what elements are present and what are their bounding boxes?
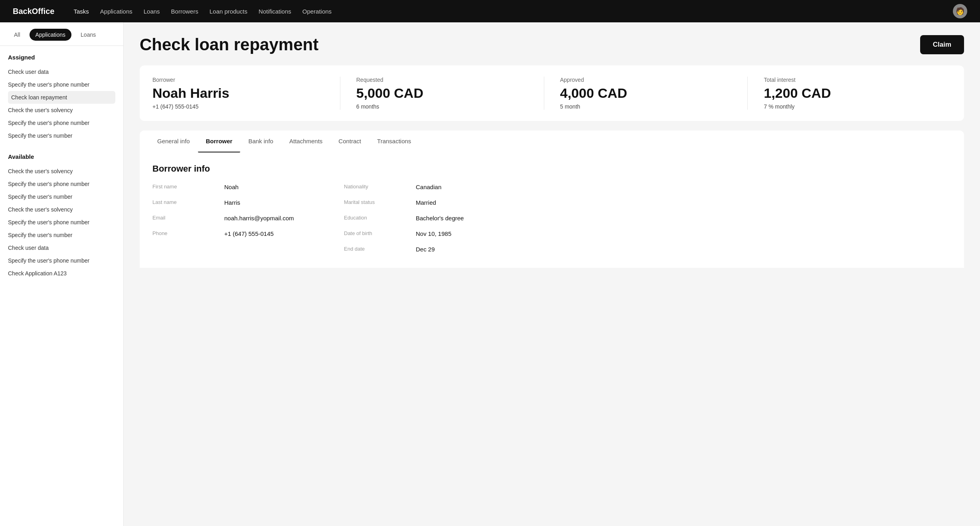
borrower-phone: +1 (647) 555-0145 [152, 103, 340, 110]
sidebar-item[interactable]: Specify the user's phone number [8, 178, 115, 190]
nav-link-notifications[interactable]: Notifications [259, 8, 291, 15]
requested-col: Requested 5,000 CAD 6 months [340, 77, 544, 110]
bi-field-value: Noah [224, 184, 344, 191]
claim-button[interactable]: Claim [920, 35, 964, 54]
sidebar-item[interactable]: Check loan repayment [8, 91, 115, 104]
sidebar-item[interactable]: Check Application A123 [8, 267, 115, 280]
interest-label: Total interest [764, 77, 951, 83]
sidebar-section-assigned: AssignedCheck user dataSpecify the user'… [0, 46, 123, 145]
bi-field-label: Marital status [344, 199, 416, 205]
bi-field-label: Phone [152, 230, 224, 236]
sidebar-section-title: Available [8, 153, 115, 160]
bi-field-label: Date of birth [344, 230, 416, 236]
page-title: Check loan repayment [140, 35, 318, 54]
sidebar-item[interactable]: Specify the user's phone number [8, 254, 115, 267]
sidebar-item[interactable]: Specify the user's phone number [8, 117, 115, 129]
sidebar-item[interactable]: Specify the user's number [8, 229, 115, 241]
bi-field-label: Education [344, 215, 416, 221]
borrower-name: Noah Harris [152, 85, 340, 101]
nav-link-loans[interactable]: Loans [144, 8, 160, 15]
nav-link-applications[interactable]: Applications [100, 8, 132, 15]
approved-amount: 4,000 CAD [560, 85, 748, 101]
borrower-info-grid: First nameNoahNationalityCanadianLast na… [152, 184, 951, 253]
detail-tab-transactions[interactable]: Transactions [369, 131, 419, 152]
borrower-info-section: Borrower info First nameNoahNationalityC… [140, 152, 964, 268]
detail-tab-general-info[interactable]: General info [149, 131, 198, 152]
approved-label: Approved [560, 77, 748, 83]
bi-field-value: Canadian [416, 184, 951, 191]
bi-field-value: Dec 29 [416, 246, 951, 253]
bi-field-value: Married [416, 199, 951, 207]
sidebar-item[interactable]: Check the user's solvency [8, 165, 115, 178]
sidebar-item[interactable]: Specify the user's phone number [8, 216, 115, 229]
borrower-label: Borrower [152, 77, 340, 83]
approved-col: Approved 4,000 CAD 5 month [544, 77, 748, 110]
approved-sub: 5 month [560, 103, 748, 110]
sidebar-tab-applications[interactable]: Applications [30, 29, 72, 41]
main-content: Check loan repayment Claim Borrower Noah… [124, 22, 980, 526]
nav-link-loan-products[interactable]: Loan products [209, 8, 247, 15]
sidebar-item[interactable]: Check the user's solvency [8, 104, 115, 117]
interest-sub: 7 % monthly [764, 103, 951, 110]
bi-field-value: noah.harris@yopmail.com [224, 215, 344, 222]
logo: BackOffice [13, 7, 55, 16]
nav-link-borrowers[interactable]: Borrowers [171, 8, 198, 15]
detail-tab-contract[interactable]: Contract [330, 131, 369, 152]
interest-col: Total interest 1,200 CAD 7 % monthly [747, 77, 951, 110]
top-navigation: BackOffice TasksApplicationsLoansBorrowe… [0, 0, 980, 22]
bi-field-label: Last name [152, 199, 224, 205]
nav-link-operations[interactable]: Operations [302, 8, 332, 15]
sidebar-section-available: AvailableCheck the user's solvencySpecif… [0, 145, 123, 283]
sidebar-item[interactable]: Specify the user's number [8, 190, 115, 203]
detail-tab-bank-info[interactable]: Bank info [240, 131, 281, 152]
bi-field-value: Harris [224, 199, 344, 207]
requested-amount: 5,000 CAD [356, 85, 544, 101]
nav-link-tasks[interactable]: Tasks [74, 8, 89, 15]
bi-field-label: Email [152, 215, 224, 221]
page-header: Check loan repayment Claim [140, 35, 964, 54]
sidebar-tabs: AllApplicationsLoans [0, 22, 123, 46]
requested-sub: 6 months [356, 103, 544, 110]
sidebar-item[interactable]: Check user data [8, 65, 115, 78]
sidebar-section-title: Assigned [8, 54, 115, 61]
bi-field-value: +1 (647) 555-0145 [224, 230, 344, 238]
sidebar-tab-all[interactable]: All [8, 29, 26, 41]
detail-tabs-container: General infoBorrowerBank infoAttachments… [140, 131, 964, 268]
bi-field-label: First name [152, 184, 224, 190]
sidebar-item[interactable]: Check the user's solvency [8, 203, 115, 216]
bi-field-value: Nov 10, 1985 [416, 230, 951, 238]
borrower-card: Borrower Noah Harris +1 (647) 555-0145 R… [140, 65, 964, 121]
detail-tabs: General infoBorrowerBank infoAttachments… [140, 131, 964, 152]
detail-tab-attachments[interactable]: Attachments [281, 131, 330, 152]
sidebar-item[interactable]: Specify the user's number [8, 129, 115, 142]
bi-field-label: End date [344, 246, 416, 252]
bi-field-label: Nationality [344, 184, 416, 190]
avatar[interactable]: 🧑 [953, 4, 967, 18]
sidebar-item[interactable]: Specify the user's phone number [8, 78, 115, 91]
sidebar: AllApplicationsLoans AssignedCheck user … [0, 22, 124, 526]
nav-links: TasksApplicationsLoansBorrowersLoan prod… [74, 8, 940, 15]
detail-tab-borrower[interactable]: Borrower [198, 131, 241, 152]
bi-field-value: Bachelor's degree [416, 215, 951, 222]
borrower-info-title: Borrower info [152, 164, 951, 174]
interest-amount: 1,200 CAD [764, 85, 951, 101]
sidebar-item[interactable]: Check user data [8, 241, 115, 254]
borrower-col: Borrower Noah Harris +1 (647) 555-0145 [152, 77, 340, 110]
requested-label: Requested [356, 77, 544, 83]
sidebar-tab-loans[interactable]: Loans [75, 29, 102, 41]
